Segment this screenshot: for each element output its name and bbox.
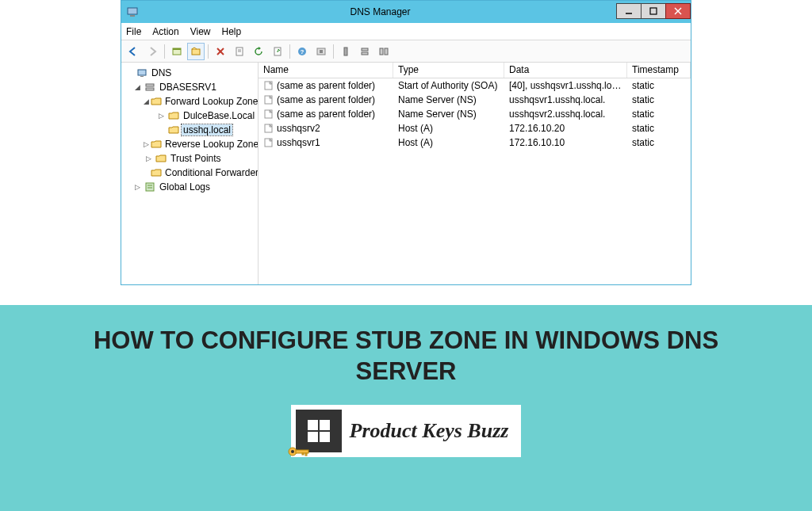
svg-rect-1 [130, 15, 135, 17]
maximize-button[interactable] [641, 3, 666, 19]
svg-rect-19 [344, 48, 347, 55]
minimize-button[interactable] [616, 3, 642, 19]
col-name[interactable]: Name [259, 63, 393, 78]
record-name: (same as parent folder) [277, 80, 375, 91]
filter-button[interactable] [337, 43, 354, 60]
col-timestamp[interactable]: Timestamp [627, 63, 691, 78]
svg-rect-28 [146, 183, 154, 191]
record-timestamp: static [627, 80, 691, 91]
svg-rect-40 [302, 453, 304, 455]
list-header: Name Type Data Timestamp [259, 63, 691, 78]
record-name: (same as parent folder) [277, 109, 375, 120]
record-data: usshqsvr1.usshq.local. [504, 94, 627, 105]
record-timestamp: static [627, 109, 691, 120]
brand-logo-icon [296, 410, 342, 452]
menu-file[interactable]: File [126, 26, 141, 37]
help-button[interactable]: ? [293, 43, 311, 60]
svg-rect-22 [380, 48, 383, 55]
key-icon [288, 446, 312, 457]
record-data: usshqsvr2.usshq.local. [504, 109, 627, 120]
tree-server[interactable]: ◢DBASESRV1 [121, 80, 258, 94]
tree-conditional-forwarders[interactable]: ▷Conditional Forwarders [121, 166, 258, 180]
record-name: usshqsvr1 [277, 137, 320, 148]
delete-button[interactable] [212, 43, 229, 60]
svg-rect-39 [305, 453, 307, 456]
record-row[interactable]: (same as parent folder)Start of Authorit… [259, 78, 691, 93]
records-button[interactable] [375, 43, 393, 60]
brand-text: Product Keys Buzz [350, 419, 509, 443]
record-row[interactable]: (same as parent folder)Name Server (NS)u… [259, 107, 691, 121]
record-name: usshqsrv2 [277, 123, 320, 134]
menu-help[interactable]: Help [222, 26, 242, 37]
svg-rect-18 [320, 50, 323, 53]
svg-rect-3 [650, 8, 657, 14]
svg-rect-8 [192, 49, 200, 55]
svg-rect-27 [146, 88, 154, 90]
svg-rect-23 [385, 48, 388, 55]
export-button[interactable] [269, 43, 286, 60]
menu-view[interactable]: View [190, 26, 211, 37]
record-type: Host (A) [393, 137, 504, 148]
col-type[interactable]: Type [393, 63, 504, 78]
toolbar: ? [121, 40, 691, 63]
tree-forward-zones[interactable]: ◢Forward Lookup Zones [121, 94, 258, 109]
svg-rect-20 [362, 48, 368, 51]
svg-rect-26 [146, 84, 154, 86]
properties-button[interactable] [231, 43, 248, 60]
refresh-button[interactable] [250, 43, 267, 60]
record-row[interactable]: (same as parent folder)Name Server (NS)u… [259, 93, 691, 107]
record-timestamp: static [627, 137, 691, 148]
new-window-button[interactable] [168, 43, 186, 60]
record-data: [40], usshqsvr1.usshq.loca... [504, 80, 627, 91]
svg-rect-7 [173, 48, 181, 50]
svg-rect-21 [362, 52, 368, 55]
record-timestamp: static [627, 94, 691, 105]
tree-zone-dulcebase[interactable]: ▷DulceBase.Local [121, 109, 258, 123]
svg-text:?: ? [301, 48, 304, 55]
back-button[interactable] [124, 43, 142, 60]
record-row[interactable]: usshqsvr1Host (A)172.16.10.10static [259, 135, 691, 150]
close-button[interactable] [665, 3, 691, 19]
record-data: 172.16.10.20 [504, 123, 627, 134]
svg-rect-25 [140, 76, 144, 77]
tree-zone-usshq[interactable]: ▷usshq.local [121, 123, 258, 137]
record-name: (same as parent folder) [277, 94, 375, 105]
brand-badge: Product Keys Buzz [291, 405, 522, 457]
tree-reverse-zones[interactable]: ▷Reverse Lookup Zones [121, 137, 258, 151]
tree-global-logs[interactable]: ▷Global Logs [121, 180, 258, 194]
record-type: Host (A) [393, 123, 504, 134]
record-type: Name Server (NS) [393, 109, 504, 120]
col-data[interactable]: Data [504, 63, 627, 78]
records-list: Name Type Data Timestamp (same as parent… [259, 63, 691, 284]
svg-rect-24 [138, 70, 146, 75]
window-title: DNS Manager [144, 6, 617, 17]
menu-action[interactable]: Action [152, 26, 178, 37]
record-type: Name Server (NS) [393, 94, 504, 105]
tree-trust-points[interactable]: ▷Trust Points [121, 151, 258, 166]
app-icon [126, 6, 139, 18]
svg-rect-38 [296, 450, 308, 453]
dns-manager-window: DNS Manager File Action View Help ? ▷ [121, 0, 691, 285]
up-button[interactable] [187, 43, 205, 60]
record-type: Start of Authority (SOA) [393, 80, 504, 91]
svg-rect-0 [128, 8, 137, 14]
menubar: File Action View Help [121, 23, 691, 40]
banner-headline: How to Configure Stub Zone in Windows DN… [89, 326, 723, 387]
server-button[interactable] [356, 43, 373, 60]
banner: How to Configure Stub Zone in Windows DN… [0, 305, 812, 511]
stop-button[interactable] [312, 43, 330, 60]
record-timestamp: static [627, 123, 691, 134]
tree-pane[interactable]: ▷DNS ◢DBASESRV1 ◢Forward Lookup Zones ▷D… [121, 63, 259, 284]
svg-point-37 [291, 450, 294, 453]
forward-button[interactable] [144, 43, 161, 60]
record-row[interactable]: usshqsrv2Host (A)172.16.10.20static [259, 121, 691, 135]
tree-root-dns[interactable]: ▷DNS [121, 66, 258, 80]
titlebar: DNS Manager [121, 1, 691, 23]
record-data: 172.16.10.10 [504, 137, 627, 148]
list-body[interactable]: (same as parent folder)Start of Authorit… [259, 78, 691, 284]
